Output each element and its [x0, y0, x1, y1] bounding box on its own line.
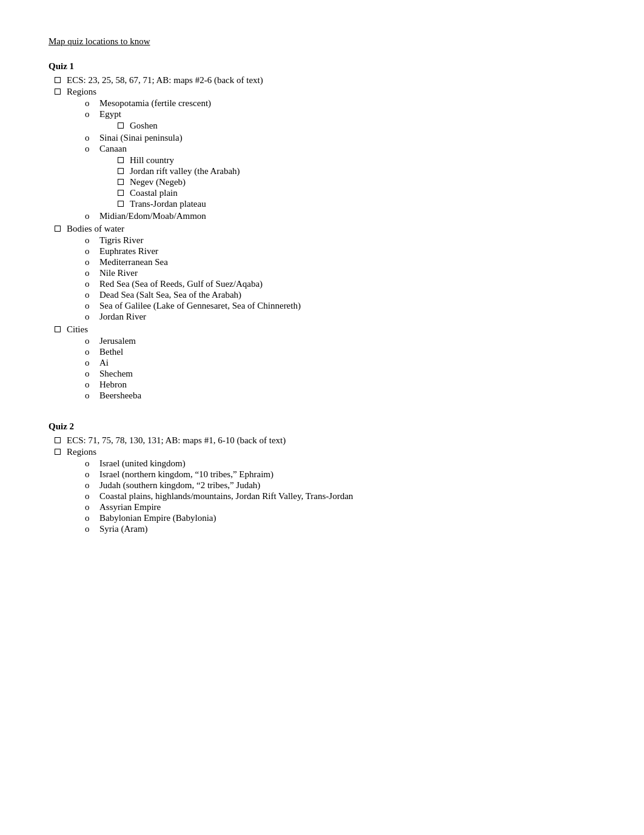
list-item: o Nile River [85, 268, 595, 278]
quiz2-heading: Quiz 2 [49, 421, 595, 432]
item-text: Canaan Hill country Jordan rift valley (… [99, 144, 595, 210]
list-item: o Judah (southern kingdom, “2 tribes,” J… [85, 480, 595, 491]
list-item: o Euphrates River [85, 246, 595, 257]
item-text: ECS: 71, 75, 78, 130, 131; AB: maps #1, … [67, 435, 595, 446]
list-item: o Syria (Aram) [85, 524, 595, 534]
bullet-o-icon: o [85, 347, 99, 357]
canaan-list: Hill country Jordan rift valley (the Ara… [118, 155, 595, 209]
quiz2-section: Quiz 2 ECS: 71, 75, 78, 130, 131; AB: ma… [49, 421, 595, 535]
list-item: o Jerusalem [85, 336, 595, 346]
item-text: Jordan River [99, 312, 595, 322]
list-item: o Egypt Goshen [85, 109, 595, 132]
item-text: Regions o Israel (united kingdom) o Isra… [67, 447, 595, 535]
bullet-o-icon: o [85, 290, 99, 300]
list-item: Bodies of water o Tigris River o Euphrat… [49, 224, 595, 323]
item-text: Mediterranean Sea [99, 257, 595, 267]
bullet-o-icon: o [85, 144, 99, 154]
item-text: Euphrates River [99, 246, 595, 257]
item-text: Jerusalem [99, 336, 595, 346]
item-text: Mesopotamia (fertile crescent) [99, 98, 595, 109]
bullet-icon [55, 77, 61, 83]
quiz2-regions-list: o Israel (united kingdom) o Israel (nort… [85, 458, 595, 534]
item-text: Dead Sea (Salt Sea, Sea of the Arabah) [99, 290, 595, 300]
list-item: o Shechem [85, 369, 595, 379]
list-item: o Sinai (Sinai peninsula) [85, 133, 595, 143]
item-text: Negev (Negeb) [130, 177, 595, 187]
quiz1-list: ECS: 23, 25, 58, 67, 71; AB: maps #2-6 (… [49, 75, 595, 402]
item-text: Hill country [130, 155, 595, 166]
list-item: Regions o Mesopotamia (fertile crescent)… [49, 87, 595, 223]
bullet-sq-icon [118, 179, 124, 185]
bullet-o-icon: o [85, 491, 99, 501]
list-item: Regions o Israel (united kingdom) o Isra… [49, 447, 595, 535]
item-text: Syria (Aram) [99, 524, 595, 534]
bullet-icon [55, 449, 61, 455]
list-item: o Midian/Edom/Moab/Ammon [85, 211, 595, 221]
list-item: o Dead Sea (Salt Sea, Sea of the Arabah) [85, 290, 595, 300]
bullet-icon [55, 437, 61, 443]
egypt-list: Goshen [118, 121, 595, 131]
bullet-icon [55, 89, 61, 95]
item-text: Babylonian Empire (Babylonia) [99, 513, 595, 523]
bullet-o-icon: o [85, 312, 99, 322]
list-item: o Mesopotamia (fertile crescent) [85, 98, 595, 109]
quiz1-section: Quiz 1 ECS: 23, 25, 58, 67, 71; AB: maps… [49, 61, 595, 402]
item-text: Trans-Jordan plateau [130, 199, 595, 209]
bullet-icon [55, 326, 61, 332]
bullet-o-icon: o [85, 358, 99, 368]
bullet-o-icon: o [85, 246, 99, 257]
bullet-o-icon: o [85, 458, 99, 469]
item-text: Coastal plain [130, 188, 595, 198]
list-item: o Canaan Hill country [85, 144, 595, 210]
bullet-o-icon: o [85, 369, 99, 379]
item-text: Tigris River [99, 235, 595, 246]
item-text: Midian/Edom/Moab/Ammon [99, 211, 595, 221]
bullet-o-icon: o [85, 336, 99, 346]
bullet-o-icon: o [85, 502, 99, 512]
bullet-o-icon: o [85, 391, 99, 401]
bullet-sq-icon [118, 201, 124, 207]
item-text: Goshen [130, 121, 595, 131]
bullet-o-icon: o [85, 109, 99, 119]
bullet-o-icon: o [85, 133, 99, 143]
item-text: Red Sea (Sea of Reeds, Gulf of Suez/Aqab… [99, 279, 595, 289]
item-text: Coastal plains, highlands/mountains, Jor… [99, 491, 595, 501]
item-text: Jordan rift valley (the Arabah) [130, 166, 595, 176]
bullet-icon [55, 226, 61, 232]
bullet-o-icon: o [85, 301, 99, 311]
bullet-sq-icon [118, 122, 124, 129]
list-item: Goshen [118, 121, 595, 131]
list-item: o Beersheeba [85, 391, 595, 401]
item-text: Nile River [99, 268, 595, 278]
list-item: ECS: 71, 75, 78, 130, 131; AB: maps #1, … [49, 435, 595, 446]
list-item: ECS: 23, 25, 58, 67, 71; AB: maps #2-6 (… [49, 75, 595, 86]
item-text: Hebron [99, 380, 595, 390]
item-text: Israel (northern kingdom, “10 tribes,” E… [99, 469, 595, 480]
bullet-o-icon: o [85, 257, 99, 267]
list-item: o Mediterranean Sea [85, 257, 595, 267]
item-text: Sinai (Sinai peninsula) [99, 133, 595, 143]
list-item: o Ai [85, 358, 595, 368]
bullet-o-icon: o [85, 469, 99, 480]
list-item: Negev (Negeb) [118, 177, 595, 187]
item-text: Shechem [99, 369, 595, 379]
bullet-o-icon: o [85, 480, 99, 491]
bullet-o-icon: o [85, 524, 99, 534]
bullet-sq-icon [118, 157, 124, 163]
list-item: o Assyrian Empire [85, 502, 595, 512]
item-text: Israel (united kingdom) [99, 458, 595, 469]
item-text: Judah (southern kingdom, “2 tribes,” Jud… [99, 480, 595, 491]
item-text: Beersheeba [99, 391, 595, 401]
list-item: o Hebron [85, 380, 595, 390]
bodies-of-water-list: o Tigris River o Euphrates River o Medit… [85, 235, 595, 322]
page-container: Map quiz locations to know Quiz 1 ECS: 2… [49, 36, 595, 535]
list-item: o Tigris River [85, 235, 595, 246]
item-text: Regions o Mesopotamia (fertile crescent)… [67, 87, 595, 223]
regions-list: o Mesopotamia (fertile crescent) o Egypt [85, 98, 595, 221]
list-item: o Red Sea (Sea of Reeds, Gulf of Suez/Aq… [85, 279, 595, 289]
item-text: Sea of Galilee (Lake of Gennesaret, Sea … [99, 301, 595, 311]
bullet-o-icon: o [85, 211, 99, 221]
quiz1-heading: Quiz 1 [49, 61, 595, 72]
page-title: Map quiz locations to know [49, 36, 595, 47]
bullet-o-icon: o [85, 513, 99, 523]
